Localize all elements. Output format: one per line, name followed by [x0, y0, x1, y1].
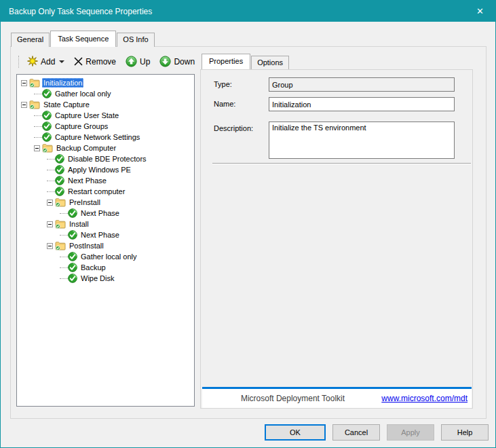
tree-connector: [60, 278, 68, 279]
tree-item-preinstall[interactable]: PreInstall: [17, 197, 194, 208]
tree-connector: [34, 94, 42, 94]
tree-item-label: Install: [68, 219, 90, 229]
tree-item-disable-bde-protectors[interactable]: Disable BDE Protectors: [17, 153, 194, 164]
collapse-toggle-icon[interactable]: [47, 243, 53, 249]
type-field[interactable]: [269, 77, 455, 92]
group-folder-icon: [55, 241, 66, 250]
tree-item-postinstall[interactable]: PostInstall: [17, 240, 194, 251]
tree-item-label: Capture Groups: [54, 122, 109, 131]
tree-item-wipe-disk[interactable]: Wipe Disk: [17, 273, 194, 284]
task-sequence-tab-page: Add Remove: [10, 46, 487, 419]
tree-item-install[interactable]: Install: [17, 219, 194, 229]
tree-item-label: Next Phase: [79, 208, 121, 218]
tree-item-label: Restart computer: [66, 187, 126, 196]
tab-properties[interactable]: Properties: [202, 54, 250, 69]
tree-item-label: Backup: [79, 263, 107, 272]
group-folder-icon: [55, 198, 66, 207]
tab-task-sequence[interactable]: Task Sequence: [50, 31, 116, 47]
tree-item-state-capture[interactable]: State Capture: [17, 99, 194, 110]
up-button-label: Up: [140, 57, 150, 67]
group-folder-icon: [55, 219, 66, 229]
collapse-toggle-icon[interactable]: [34, 145, 40, 151]
tree-connector: [47, 159, 55, 160]
help-button[interactable]: Help: [441, 424, 489, 441]
tree-item-label: PreInstall: [68, 198, 102, 207]
tree-connector: [60, 213, 68, 214]
tree-connector: [60, 235, 68, 236]
main-tab-strip: General Task Sequence OS Info: [11, 31, 155, 47]
remove-button-label: Remove: [85, 57, 116, 67]
tab-options[interactable]: Options: [251, 56, 289, 69]
tree-item-capture-network-settings[interactable]: Capture Network Settings: [17, 132, 194, 143]
description-field[interactable]: [269, 122, 455, 159]
success-check-icon: [42, 89, 52, 98]
properties-panel: Type: Name: Description: Microsoft Deplo…: [200, 69, 473, 409]
tree-connector: [34, 137, 42, 138]
tree-item-label: Backup Computer: [55, 143, 117, 153]
add-button[interactable]: Add: [25, 54, 66, 69]
tree-item-gather-local-only[interactable]: Gather local only: [17, 251, 194, 262]
titlebar[interactable]: Backup Only Task Sequence Properties ✕: [1, 1, 495, 22]
tree-connector: [60, 257, 68, 257]
ok-button[interactable]: OK: [265, 424, 326, 441]
down-button[interactable]: Down: [157, 54, 197, 70]
tree-connector: [47, 191, 55, 192]
tree-connector: [60, 267, 68, 268]
up-button[interactable]: Up: [123, 54, 152, 70]
tree-item-capture-groups[interactable]: Capture Groups: [17, 121, 194, 132]
collapse-toggle-icon[interactable]: [21, 80, 27, 86]
success-check-icon: [55, 176, 64, 185]
tree-item-initialization[interactable]: Initialization: [17, 77, 194, 88]
mdt-link[interactable]: www.microsoft.com/mdt: [381, 389, 468, 408]
close-button[interactable]: ✕: [465, 1, 495, 22]
tree-item-next-phase[interactable]: Next Phase: [17, 175, 194, 186]
tree-connector: [34, 115, 42, 116]
tree-item-label: PostInstall: [68, 241, 105, 250]
tab-general[interactable]: General: [11, 33, 50, 47]
name-field[interactable]: [269, 97, 455, 111]
tree-item-backup[interactable]: Backup: [17, 262, 194, 273]
success-check-icon: [68, 230, 77, 240]
down-circle-icon: [159, 56, 171, 69]
mdt-footer-text: Microsoft Deployment Toolkit: [202, 389, 383, 408]
success-check-icon: [42, 122, 52, 131]
tree-item-apply-windows-pe[interactable]: Apply Windows PE: [17, 164, 194, 175]
tree-toolbar: Add Remove: [16, 53, 201, 71]
tree-item-label: Next Phase: [66, 176, 108, 185]
tree-item-next-phase[interactable]: Next Phase: [17, 208, 194, 219]
tree-connector: [34, 126, 42, 127]
up-circle-icon: [126, 56, 137, 69]
success-check-icon: [68, 208, 77, 218]
collapse-toggle-icon[interactable]: [47, 221, 53, 227]
success-check-icon: [42, 132, 52, 142]
tab-os-info[interactable]: OS Info: [117, 33, 154, 47]
collapse-toggle-icon[interactable]: [47, 200, 53, 206]
tree-item-label: Disable BDE Protectors: [66, 154, 148, 164]
name-label: Name:: [214, 100, 235, 108]
starburst-icon: [27, 56, 38, 68]
tree-item-next-phase[interactable]: Next Phase: [17, 229, 194, 240]
close-icon: ✕: [476, 6, 484, 16]
window-title: Backup Only Task Sequence Properties: [9, 7, 152, 16]
tree-item-gather-local-only[interactable]: Gather local only: [17, 88, 194, 99]
mdt-footer: Microsoft Deployment Toolkit www.microso…: [202, 389, 472, 408]
success-check-icon: [68, 263, 77, 272]
tree-item-capture-user-state[interactable]: Capture User State: [17, 110, 194, 121]
success-check-icon: [42, 111, 52, 120]
apply-button[interactable]: Apply: [387, 424, 434, 441]
remove-button[interactable]: Remove: [72, 56, 118, 69]
group-folder-icon: [42, 143, 53, 153]
description-label: Description:: [214, 124, 253, 132]
collapse-toggle-icon[interactable]: [21, 102, 27, 108]
tree-item-backup-computer[interactable]: Backup Computer: [17, 143, 194, 153]
tree-connector: [47, 170, 55, 170]
dropdown-caret-icon: [59, 60, 64, 63]
tree-item-label: State Capture: [42, 100, 91, 109]
window: Backup Only Task Sequence Properties ✕ G…: [0, 0, 496, 448]
success-check-icon: [55, 187, 64, 196]
cancel-button[interactable]: Cancel: [332, 424, 380, 441]
group-folder-icon: [29, 78, 40, 88]
success-check-icon: [55, 165, 64, 174]
tree-item-restart-computer[interactable]: Restart computer: [17, 186, 194, 197]
tree-item-label: Capture Network Settings: [54, 132, 141, 142]
